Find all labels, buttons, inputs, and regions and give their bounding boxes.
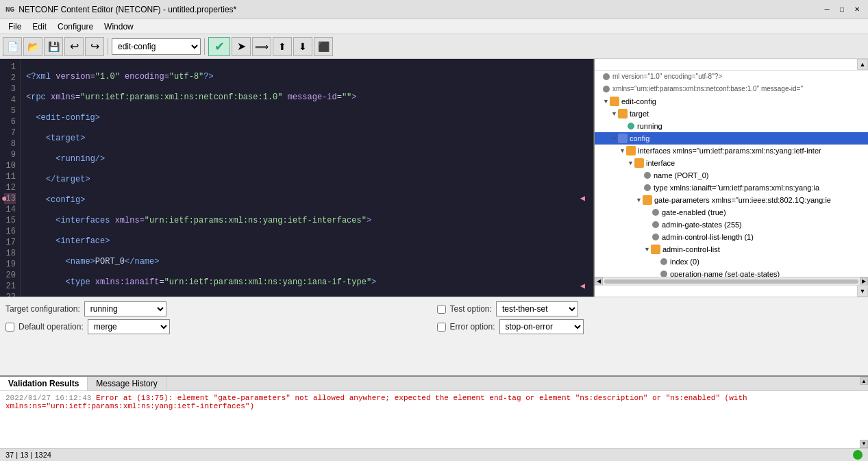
tree-scroll[interactable]: ml version="1.0" encoding="utf-8"?> xmln… xyxy=(595,71,868,277)
tree-pane: ▲ ml version="1.0" encoding="utf-8"?> xyxy=(594,59,868,297)
bottom-content[interactable]: 2022/01/27 16:12:43 Error at (13:75): el… xyxy=(0,391,868,439)
tree-node-running[interactable]: running xyxy=(595,120,868,132)
editor-scroll[interactable]: 123 456 789 101112 13 141516 171819 2021… xyxy=(0,59,593,297)
tab-validation-results[interactable]: Validation Results xyxy=(0,377,88,390)
node-label-target: target xyxy=(630,108,649,119)
tree-node-acl-len[interactable]: admin-control-list-length (1) xyxy=(595,231,868,243)
tree-node-gate-enabled[interactable]: gate-enabled (true) xyxy=(595,206,868,219)
error-option-row: Error option: stop-on-error continue-on-… xyxy=(437,318,863,336)
menu-file[interactable]: File xyxy=(3,21,27,33)
save-button[interactable]: 💾 xyxy=(44,37,63,56)
tree-scroll-down[interactable]: ▼ xyxy=(857,286,868,297)
error-detail-text: xmlns:ns="urn:ietf:params:xml:ns:yang:ie… xyxy=(5,402,254,410)
tree-node-target[interactable]: ▼ target xyxy=(595,108,868,120)
circle-gray-icon xyxy=(652,221,659,228)
node-label-gate-enabled: gate-enabled (true) xyxy=(662,207,726,218)
tree-hscroll-thumb[interactable] xyxy=(604,279,858,284)
send2-button[interactable]: ⟹ xyxy=(252,37,271,56)
test-option-select[interactable]: test-then-set set test-only xyxy=(496,301,578,316)
minimize-button[interactable]: ─ xyxy=(821,4,832,15)
export-button[interactable]: ⬇ xyxy=(293,37,312,56)
error-option-select[interactable]: stop-on-error continue-on-error rollback… xyxy=(499,319,584,334)
tree-node-admin-gate-states[interactable]: admin-gate-states (255) xyxy=(595,219,868,231)
tree-node-interface[interactable]: ▼ interface xyxy=(595,157,868,169)
new-button[interactable]: 📄 xyxy=(3,37,22,56)
node-label-admin-gate-states: admin-gate-states (255) xyxy=(662,219,742,230)
tree-node-type[interactable]: type xmlns:ianaift="urn:ietf:params:xml:… xyxy=(595,182,868,194)
tree-node-op-name[interactable]: operation-name (set-gate-states) xyxy=(595,268,868,277)
app-icon: NG xyxy=(5,5,14,14)
circle-gray-icon xyxy=(652,209,659,216)
menu-window[interactable]: Window xyxy=(99,21,139,33)
line-numbers: 123 456 789 101112 13 141516 171819 2021… xyxy=(0,59,21,297)
error-option-checkbox[interactable] xyxy=(437,323,446,332)
node-label: ml version="1.0" encoding="utf-8"?> xyxy=(612,71,722,82)
node-label-type: type xmlns:ianaift="urn:ietf:params:xml:… xyxy=(654,182,819,193)
test-option-label: Test option: xyxy=(450,304,492,314)
tree-header: ▲ xyxy=(595,59,868,71)
node-icon xyxy=(603,73,610,80)
open-button[interactable]: 📂 xyxy=(23,37,42,56)
folder-icon xyxy=(634,158,644,168)
close-button[interactable]: ✕ xyxy=(852,4,863,15)
editor-pane: ● ◀ ◀ 123 456 789 101112 13 141516 17181… xyxy=(0,59,594,297)
send-button[interactable]: ➤ xyxy=(232,37,251,56)
operation-dropdown[interactable]: edit-config get get-config lock unlock xyxy=(112,38,201,55)
tab-message-history[interactable]: Message History xyxy=(88,377,166,390)
node-label-name: name (PORT_0) xyxy=(654,170,709,181)
tree-hscrollbar[interactable]: ◀ ▶ xyxy=(595,277,868,285)
error-detail: xmlns:ns="urn:ietf:params:xml:ns:yang:ie… xyxy=(5,402,863,410)
validate-button[interactable]: ✔ xyxy=(208,37,230,56)
import-button[interactable]: ⬆ xyxy=(273,37,292,56)
redo-button[interactable]: ↪ xyxy=(85,37,104,56)
tree-expander: ▼ xyxy=(619,145,626,156)
circle-gray-icon xyxy=(644,184,651,191)
tree-node-interfaces[interactable]: ▼ interfaces xmlns="urn:ietf:params:xml:… xyxy=(595,145,868,157)
tree-node-gate-params[interactable]: ▼ gate-parameters xmlns="urn:ieee:std:80… xyxy=(595,194,868,206)
menu-configure[interactable]: Configure xyxy=(52,21,99,33)
tree-node[interactable]: xmlns="urn:ietf:params:xml:ns:netconf:ba… xyxy=(595,83,868,95)
test-option-checkbox[interactable] xyxy=(437,305,446,314)
tree-expander: ▼ xyxy=(611,108,618,119)
bottom-scroll-down[interactable]: ▼ xyxy=(860,440,868,448)
tree-expander: ▼ xyxy=(611,133,618,144)
status-right xyxy=(853,450,863,460)
tree-node[interactable]: ml version="1.0" encoding="utf-8"?> xyxy=(595,71,868,83)
tree-expander: ▼ xyxy=(636,195,643,205)
tree-node-index[interactable]: index (0) xyxy=(595,256,868,268)
menu-edit[interactable]: Edit xyxy=(27,21,52,33)
undo-button[interactable]: ↩ xyxy=(64,37,84,56)
node-label-op-name: operation-name (set-gate-states) xyxy=(670,269,780,277)
circle-gray-icon xyxy=(660,258,667,265)
error-message: Error at (13:75): element "gate-paramete… xyxy=(96,394,747,402)
default-op-checkbox[interactable] xyxy=(5,323,14,332)
error-marker: ● xyxy=(1,193,7,204)
tree-node-edit-config[interactable]: ▼ edit-config xyxy=(595,95,868,108)
tree-scroll-up[interactable]: ▲ xyxy=(857,59,868,70)
target-config-select[interactable]: running candidate startup xyxy=(84,301,166,316)
target-config-row: Target configuration: running candidate … xyxy=(5,300,432,318)
title-bar: NG NETCONF Content Editor (NETCONF) - un… xyxy=(0,0,868,19)
tree-expander: ▼ xyxy=(628,158,634,169)
default-op-select[interactable]: merge replace none xyxy=(88,319,170,334)
status-bar: 37 | 13 | 1324 xyxy=(0,448,868,461)
toolbar-separator-2 xyxy=(204,38,205,55)
blue-folder-icon xyxy=(618,134,628,143)
bottom-scroll-up[interactable]: ▲ xyxy=(860,377,868,385)
node-label-edit-config: edit-config xyxy=(621,96,656,107)
code-content[interactable]: <?xml version="1.0" encoding="utf-8"?> <… xyxy=(21,59,593,297)
connection-indicator xyxy=(853,450,863,460)
node-label-acl-len: admin-control-list-length (1) xyxy=(662,232,754,242)
tree-node-acl[interactable]: ▼ admin-control-list xyxy=(595,243,868,256)
tree-node-name[interactable]: name (PORT_0) xyxy=(595,169,868,182)
default-op-row: Default operation: merge replace none xyxy=(5,318,432,336)
disconnect-button[interactable]: ⬛ xyxy=(314,37,333,56)
tree-node-config[interactable]: ▼ config xyxy=(595,132,868,145)
tree-expander: ▼ xyxy=(603,96,610,107)
folder-icon xyxy=(651,245,660,254)
bottom-scroll-footer: ▼ xyxy=(0,440,868,448)
tree-hscroll-right[interactable]: ▶ xyxy=(860,277,868,286)
error-option-label: Error option: xyxy=(450,322,495,332)
maximize-button[interactable]: □ xyxy=(836,4,847,15)
tree-hscroll-left[interactable]: ◀ xyxy=(595,277,603,286)
